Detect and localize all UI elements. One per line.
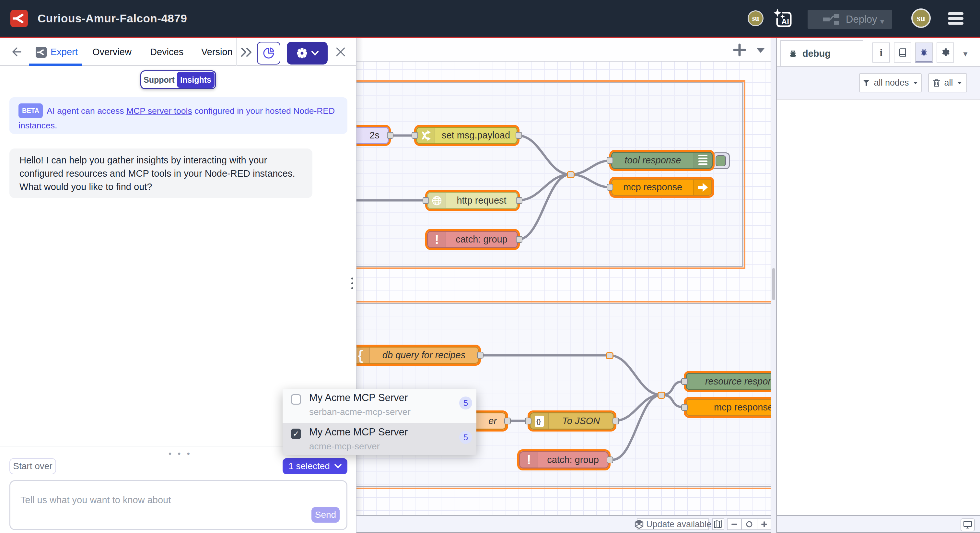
mcp-response-bottom-label: mcp response <box>687 402 771 413</box>
mcp-server-checkbox-1[interactable] <box>291 394 301 405</box>
mcp-server-tools-link[interactable]: MCP server tools <box>126 106 192 116</box>
zoom-reset-button[interactable] <box>742 519 757 530</box>
update-available-button[interactable]: Update available <box>637 519 709 530</box>
resource-response-input-port[interactable] <box>681 378 688 385</box>
db-query-output-port[interactable] <box>477 352 484 359</box>
mcp-server-option-1[interactable]: My Acme MCP Serverserban-acme-mcp-server… <box>283 389 476 421</box>
mcp-server-partial-output-port[interactable] <box>504 418 511 424</box>
mode-toggle[interactable]: Support Insights <box>140 70 216 89</box>
flow-list-caret-icon[interactable] <box>756 47 765 54</box>
inject-2s-label: 2s <box>369 130 380 141</box>
svg-text:AI: AI <box>781 17 789 26</box>
mcp-response-top-label: mcp response <box>612 182 693 193</box>
minimap-button[interactable] <box>712 519 724 530</box>
filter-nodes-button[interactable]: all nodes <box>859 73 922 93</box>
tool-response-input-port[interactable] <box>607 157 613 164</box>
http-request-icon <box>428 193 446 208</box>
node-http-request[interactable]: http request <box>427 192 518 209</box>
link-out-indicator[interactable] <box>712 152 730 169</box>
toggle-insights[interactable]: Insights <box>177 72 215 88</box>
catch-group-bottom-label: catch: group <box>538 455 608 465</box>
tab-devices[interactable]: Devices <box>150 38 183 66</box>
settings-tab-icon[interactable] <box>937 43 954 62</box>
mcp-server-title: My Acme MCP Server <box>309 426 408 438</box>
more-tabs-icon[interactable] <box>240 47 253 57</box>
http-request-output-port[interactable] <box>516 197 522 204</box>
to-json-input-port[interactable] <box>525 418 531 424</box>
selected-dropdown-button[interactable]: 1 selected <box>283 458 347 474</box>
avatar-large[interactable]: su <box>911 8 931 28</box>
start-over-button[interactable]: Start over <box>10 458 56 474</box>
tool-response-label: tool response <box>612 155 694 166</box>
set-msg-payload-icon <box>417 128 435 143</box>
node-mcp-response-bottom[interactable]: mcp response <box>686 399 771 416</box>
beta-text-before: AI agent can access <box>47 106 126 116</box>
canvas-scrollbar-thumb[interactable] <box>772 268 775 300</box>
catch-group-top-label: catch: group <box>446 234 517 245</box>
node-tool-response[interactable]: tool response <box>611 152 713 169</box>
add-flow-icon[interactable] <box>733 43 746 56</box>
catch-group-bottom-output-port[interactable] <box>607 456 613 463</box>
node-red-logo-icon[interactable] <box>10 10 28 27</box>
info-tab-icon[interactable]: i <box>872 43 890 62</box>
settings-dropdown-button[interactable] <box>287 42 328 64</box>
svg-text:{}: {} <box>536 418 541 425</box>
filter-nodes-label: all nodes <box>874 78 909 88</box>
node-db-query[interactable]: {db query for recipes <box>356 346 479 364</box>
node-to-json[interactable]: {}To JSON <box>530 412 614 429</box>
catch-group-top-output-port[interactable] <box>516 236 522 243</box>
http-request-input-port[interactable] <box>423 197 429 204</box>
device-view-button[interactable] <box>961 519 975 531</box>
tab-expert[interactable]: Expert <box>36 38 78 66</box>
node-resource-response[interactable]: resource response <box>686 373 771 390</box>
help-tab-icon[interactable] <box>894 43 911 62</box>
set-msg-payload-input-port[interactable] <box>412 132 418 139</box>
node-set-msg-payload[interactable]: set msg.payload <box>416 127 517 144</box>
mcp-server-count-badge: 5 <box>459 396 472 410</box>
node-mcp-response-top[interactable]: mcp response <box>611 179 712 196</box>
deploy-button[interactable]: Deploy ▼ <box>808 10 892 29</box>
ai-assistant-icon[interactable]: AI <box>773 8 793 29</box>
send-button[interactable]: Send <box>312 507 340 523</box>
panel-header: Expert Overview Devices Version <box>0 38 356 66</box>
toggle-support[interactable]: Support <box>141 75 177 85</box>
resize-handle-dots[interactable]: • • • <box>169 449 192 459</box>
to-json-label: To JSON <box>549 416 614 426</box>
debug-sidebar: debug i ▼ all nodes all <box>777 38 980 533</box>
sidebar-caret-icon[interactable]: ▼ <box>962 50 969 58</box>
mcp-server-checkbox-2[interactable]: ✓ <box>291 429 301 439</box>
wire-junction-3[interactable] <box>657 392 665 399</box>
panel-resize-handle[interactable] <box>351 278 353 289</box>
mcp-response-top-input-port[interactable] <box>607 184 613 191</box>
set-msg-payload-output-port[interactable] <box>515 132 522 139</box>
assistant-panel: Expert Overview Devices Version Support … <box>0 38 356 533</box>
debug-tab[interactable]: debug <box>780 40 863 66</box>
deploy-caret-icon[interactable]: ▼ <box>878 18 886 26</box>
zoom-in-button[interactable] <box>757 519 771 530</box>
usage-chart-button[interactable] <box>257 42 280 64</box>
wire-junction-1[interactable] <box>567 171 574 178</box>
node-catch-group-top[interactable]: !catch: group <box>427 231 518 248</box>
debug-tab-icon-active[interactable] <box>915 43 933 62</box>
wire <box>518 174 570 239</box>
wire <box>609 355 661 395</box>
inject-2s-output-port[interactable] <box>387 132 393 139</box>
wire <box>570 161 611 174</box>
menu-icon[interactable] <box>948 12 964 25</box>
mcp-response-bottom-input-port[interactable] <box>681 404 688 411</box>
mcp-server-option-2[interactable]: ✓My Acme MCP Serveracme-mcp-server5 <box>283 423 476 455</box>
chat-input[interactable]: Tell us what you want to know about Send <box>10 480 347 530</box>
back-arrow-icon[interactable] <box>10 46 21 58</box>
clear-all-button[interactable]: all <box>928 73 967 93</box>
tab-version[interactable]: Version <box>201 38 233 66</box>
zoom-out-button[interactable] <box>727 519 742 530</box>
tab-overview[interactable]: Overview <box>92 38 132 66</box>
close-panel-icon[interactable] <box>335 46 346 57</box>
to-json-output-port[interactable] <box>612 418 619 424</box>
node-inject-2s[interactable]: 2s <box>356 127 389 144</box>
wire-junction-2[interactable] <box>606 352 614 359</box>
mcp-server-subtitle: serban-acme-mcp-server <box>309 407 410 417</box>
flow-canvas[interactable]: 2sset msg.payloadhttp request!catch: gro… <box>356 38 771 533</box>
avatar-small[interactable]: su <box>748 10 764 26</box>
node-catch-group-bottom[interactable]: !catch: group <box>519 451 609 469</box>
